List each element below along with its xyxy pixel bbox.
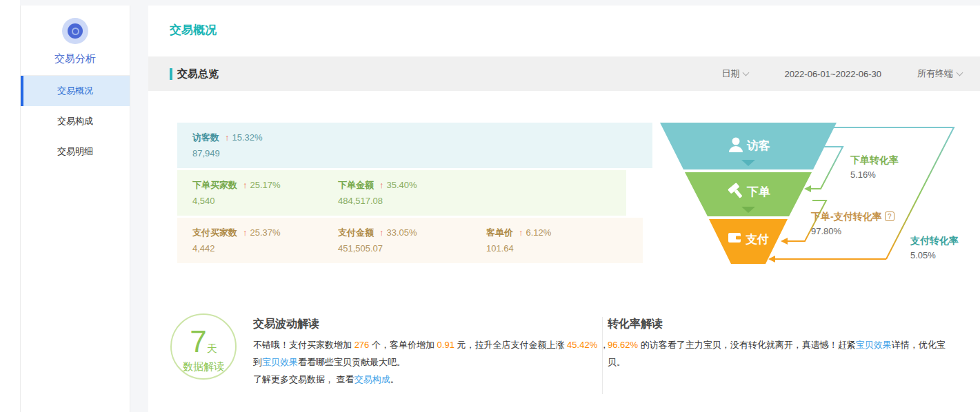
up-arrow-icon: ↑ — [519, 227, 523, 238]
highlight-number: 45.42% — [567, 340, 597, 350]
section-title: 交易总览 — [170, 68, 219, 81]
up-arrow-icon: ↑ — [379, 227, 384, 238]
section-title-bar — [170, 68, 172, 80]
up-arrow-icon: ↑ — [243, 180, 248, 190]
funnel-stage-label: 支付 — [745, 233, 769, 246]
insight-divider — [602, 317, 603, 394]
metrics-row-payments: 支付买家数↑25.37% 4,442 支付金额↑33.05% 451,505.0… — [177, 218, 643, 263]
highlight-number: 96.62% — [608, 340, 638, 350]
date-filter-dropdown[interactable]: 日期 — [721, 68, 748, 80]
sidebar-menu: 交易概况 交易构成 交易明细 — [21, 75, 130, 167]
pay-wallet-icon — [728, 233, 741, 243]
metric-value: 4,540 — [192, 196, 281, 206]
main-panel: 交易概况 交易总览 日期 2022-06-01~2022-06-30 所有终端 … — [148, 6, 980, 412]
trade-insight-title: 交易波动解读 — [253, 317, 319, 331]
funnel-stage-label: 下单 — [746, 185, 770, 198]
help-icon[interactable]: ? — [885, 212, 894, 221]
left-gutter — [0, 0, 20, 412]
rate-order-pay-conversion: 下单-支付转化率? 97.80% — [811, 211, 894, 236]
up-arrow-icon: ↑ — [225, 132, 230, 143]
sidebar-title: 交易分析 — [21, 52, 130, 75]
rate-order-conversion: 下单转化率 5.16% — [850, 154, 899, 180]
metric-value: 87,949 — [192, 148, 263, 158]
chevron-down-icon — [743, 69, 750, 76]
sidebar-item-trade-composition[interactable]: 交易构成 — [21, 106, 130, 136]
highlight-number: 276 — [354, 340, 370, 350]
metric-value: 484,517.08 — [338, 196, 417, 206]
page-title: 交易概况 — [170, 22, 217, 38]
date-range-value[interactable]: 2022-06-01~2022-06-30 — [784, 69, 881, 79]
up-arrow-icon: ↑ — [379, 180, 384, 190]
metric-visitors: 访客数↑15.32% 87,949 — [192, 132, 263, 158]
link-trade-composition[interactable]: 交易构成 — [354, 374, 390, 384]
metric-value: 451,505.07 — [338, 243, 417, 254]
funnel-stage-label: 访客 — [746, 139, 770, 152]
chevron-down-icon — [957, 69, 963, 76]
metrics-row-visitors: 访客数↑15.32% 87,949 — [177, 123, 652, 168]
seven-day-insight-badge: 7天 数据解读 — [170, 313, 237, 380]
trade-insight-body: 不错哦！支付买家数增加 276 个，客单价增加 0.91 元，拉升全店支付金额上… — [253, 336, 613, 388]
metric-pay-amount: 支付金额↑33.05% 451,505.07 — [338, 227, 417, 254]
link-item-effect[interactable]: 宝贝效果 — [262, 357, 298, 367]
section-title-text: 交易总览 — [177, 68, 219, 81]
metric-value: 4,442 — [192, 243, 281, 254]
metric-order-buyers: 下单买家数↑25.17% 4,540 — [192, 179, 281, 206]
conversion-insight-body: 96.62% 的访客看了主力宝贝，没有转化就离开，真遗憾！赶紧宝贝效果详情，优化… — [608, 336, 952, 371]
app-logo-icon — [62, 18, 88, 44]
up-arrow-icon: ↑ — [243, 227, 248, 238]
metric-pay-buyers: 支付买家数↑25.37% 4,442 — [192, 227, 281, 254]
metric-order-amount: 下单金额↑35.40% 484,517.08 — [338, 179, 417, 206]
metrics-row-orders: 下单买家数↑25.17% 4,540 下单金额↑35.40% 484,517.0… — [177, 170, 626, 216]
highlight-number: 0.91 — [437, 340, 454, 350]
sidebar: 交易分析 交易概况 交易构成 交易明细 — [20, 6, 130, 412]
arrow-left-icon — [804, 185, 811, 192]
arrow-left-icon — [768, 256, 775, 262]
metric-avg-order-value: 客单价↑6.12% 101.64 — [486, 227, 551, 254]
overview-section-bar: 交易总览 日期 2022-06-01~2022-06-30 所有终端 — [148, 56, 980, 91]
sidebar-item-trade-detail[interactable]: 交易明细 — [21, 136, 130, 167]
rate-pay-conversion: 支付转化率 5.05% — [910, 235, 959, 260]
arrow-left-icon — [781, 238, 788, 245]
sidebar-item-trade-overview[interactable]: 交易概况 — [21, 76, 130, 106]
link-item-effect[interactable]: 宝贝效果 — [856, 340, 892, 350]
conversion-insight-title: 转化率解读 — [608, 317, 663, 331]
terminal-filter-dropdown[interactable]: 所有终端 — [917, 68, 962, 80]
metric-value: 101.64 — [486, 243, 551, 254]
